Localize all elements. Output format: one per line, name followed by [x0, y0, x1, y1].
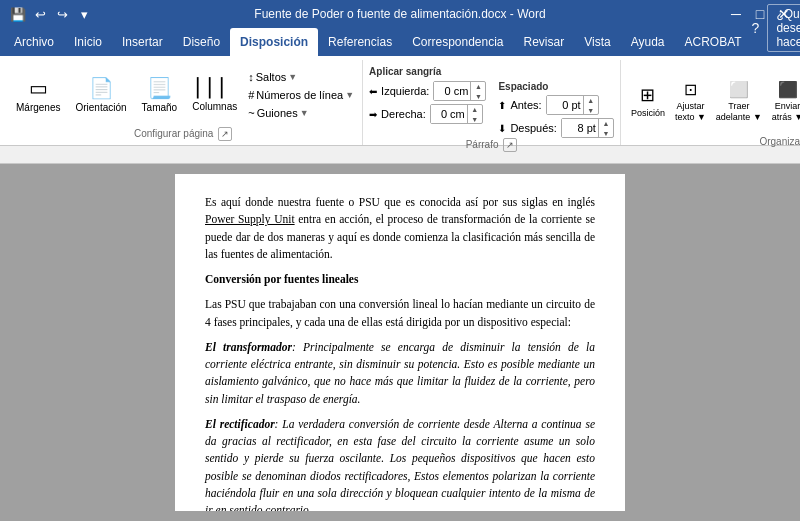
saltos-icon: ↕ — [248, 71, 254, 83]
izquierda-icon: ⬅ — [369, 86, 377, 97]
saltos-label: Saltos — [256, 71, 287, 83]
derecha-spinbox[interactable]: ▲ ▼ — [430, 104, 483, 124]
tab-correspondencia[interactable]: Correspondencia — [402, 28, 513, 56]
tell-me-button[interactable]: ¿Qué desea hacer? — [767, 4, 800, 52]
posicion-button[interactable]: ⊞ Posición — [627, 74, 669, 129]
section-bar — [0, 146, 800, 164]
antes-spinbox[interactable]: ▲ ▼ — [546, 95, 599, 115]
espaciado-title: Espaciado — [498, 81, 613, 92]
margenes-button[interactable]: ▭ Márgenes — [10, 65, 66, 125]
ajustar-texto-button[interactable]: ⊡ Ajustartexto ▼ — [671, 74, 710, 129]
traer-icon: ⬜ — [729, 80, 749, 99]
tab-archivo[interactable]: Archivo — [4, 28, 64, 56]
organizar-top-row: ⊞ Posición ⊡ Ajustartexto ▼ ⬜ Traeradela… — [627, 62, 800, 136]
sangria-title: Aplicar sangría — [369, 66, 614, 77]
guiones-label: Guiones — [257, 107, 298, 119]
posicion-icon: ⊞ — [640, 84, 655, 106]
derecha-label: Derecha: — [381, 108, 426, 120]
ribbon-group-organizar: ⊞ Posición ⊡ Ajustartexto ▼ ⬜ Traeradela… — [621, 60, 800, 145]
espaciado-section: Espaciado ⬆ Antes: ▲ ▼ ⬇ — [498, 81, 613, 138]
orientacion-icon: 📄 — [89, 76, 114, 100]
despues-spinbox[interactable]: ▲ ▼ — [561, 118, 614, 138]
izquierda-row: ⬅ Izquierda: ▲ ▼ — [369, 81, 486, 101]
organizar-group-label: Organizar — [759, 136, 800, 149]
izquierda-input[interactable] — [434, 82, 470, 100]
tab-referencias[interactable]: Referencias — [318, 28, 402, 56]
save-button[interactable]: 💾 — [8, 4, 28, 24]
despues-input[interactable] — [562, 119, 598, 137]
ajustar-icon: ⊡ — [684, 80, 697, 99]
title-left: 💾 ↩ ↪ ▾ — [8, 4, 94, 24]
despues-icon: ⬇ — [498, 123, 506, 134]
numlinea-label: Números de línea — [256, 89, 343, 101]
paragraph-rectificador: El rectificador: La verdadera conversión… — [205, 416, 595, 511]
tab-diseno[interactable]: Diseño — [173, 28, 230, 56]
redo-button[interactable]: ↪ — [52, 4, 72, 24]
antes-icon: ⬆ — [498, 100, 506, 111]
ribbon-content: ▭ Márgenes 📄 Orientación 📃 Tamaño ▏▏▏ Co… — [0, 56, 800, 146]
tab-inicio[interactable]: Inicio — [64, 28, 112, 56]
transformador-term: El transformador — [205, 341, 292, 353]
tab-insertar[interactable]: Insertar — [112, 28, 173, 56]
traer-label: Traeradelante ▼ — [716, 101, 762, 123]
antes-arrows: ▲ ▼ — [583, 95, 598, 115]
sangria-espaciado-row: ⬅ Izquierda: ▲ ▼ ➡ Derecha: — [369, 81, 614, 138]
despues-label: Después: — [510, 122, 556, 134]
tab-ayuda[interactable]: Ayuda — [621, 28, 675, 56]
tamano-button[interactable]: 📃 Tamaño — [136, 65, 184, 125]
antes-input[interactable] — [547, 96, 583, 114]
configurar-pagina-group-label: Configurar página ↗ — [134, 127, 232, 143]
help-icon[interactable]: ? — [752, 20, 760, 36]
numeros-linea-button[interactable]: # Números de línea ▼ — [246, 88, 356, 102]
configurar-pagina-expand[interactable]: ↗ — [218, 127, 232, 141]
orientacion-button[interactable]: 📄 Orientación — [69, 65, 132, 125]
undo-button[interactable]: ↩ — [30, 4, 50, 24]
organizar-controls: ⊞ Posición ⊡ Ajustartexto ▼ ⬜ Traeradela… — [627, 62, 800, 136]
document-area: Es aquí donde nuestra fuente o PSU que e… — [0, 164, 800, 521]
derecha-arrows: ▲ ▼ — [467, 104, 482, 124]
rectificador-text: : La verdadera conversión de corriente d… — [205, 418, 595, 511]
izquierda-label: Izquierda: — [381, 85, 429, 97]
despues-row: ⬇ Después: ▲ ▼ — [498, 118, 613, 138]
izquierda-spinbox[interactable]: ▲ ▼ — [433, 81, 486, 101]
derecha-down[interactable]: ▼ — [468, 114, 482, 124]
margenes-label: Márgenes — [16, 102, 60, 113]
parrafo-controls: Aplicar sangría ⬅ Izquierda: ▲ ▼ — [369, 62, 614, 138]
antes-row: ⬆ Antes: ▲ ▼ — [498, 95, 613, 115]
derecha-input[interactable] — [431, 105, 467, 123]
antes-label: Antes: — [510, 99, 541, 111]
saltos-button[interactable]: ↕ Saltos ▼ — [246, 70, 356, 84]
derecha-row: ➡ Derecha: ▲ ▼ — [369, 104, 486, 124]
tab-revisar[interactable]: Revisar — [514, 28, 575, 56]
columnas-icon: ▏▏▏ — [197, 77, 233, 99]
ajustar-label: Ajustartexto ▼ — [675, 101, 706, 123]
customize-qa-button[interactable]: ▾ — [74, 4, 94, 24]
enviar-atras-button[interactable]: ⬛ Enviaratrás ▼ — [768, 74, 800, 129]
antes-down[interactable]: ▼ — [584, 105, 598, 115]
columnas-button[interactable]: ▏▏▏ Columnas — [186, 65, 243, 125]
derecha-up[interactable]: ▲ — [468, 104, 482, 114]
despues-up[interactable]: ▲ — [599, 118, 613, 128]
izquierda-down[interactable]: ▼ — [471, 91, 485, 101]
derecha-icon: ➡ — [369, 109, 377, 120]
traer-adelante-button[interactable]: ⬜ Traeradelante ▼ — [712, 74, 766, 129]
title-bar: 💾 ↩ ↪ ▾ Fuente de Poder o fuente de alim… — [0, 0, 800, 28]
minimize-button[interactable]: ─ — [728, 6, 744, 22]
izquierda-up[interactable]: ▲ — [471, 81, 485, 91]
tab-vista[interactable]: Vista — [574, 28, 620, 56]
parrafo-expand[interactable]: ↗ — [503, 138, 517, 152]
saltos-group: ↕ Saltos ▼ # Números de línea ▼ ~ Guione… — [246, 70, 356, 120]
antes-up[interactable]: ▲ — [584, 95, 598, 105]
despues-down[interactable]: ▼ — [599, 128, 613, 138]
enviar-icon: ⬛ — [778, 80, 798, 99]
tab-disposicion[interactable]: Disposición — [230, 28, 318, 56]
paragraph-1: Es aquí donde nuestra fuente o PSU que e… — [205, 194, 595, 263]
configurar-pagina-buttons: ▭ Márgenes 📄 Orientación 📃 Tamaño ▏▏▏ Co… — [10, 62, 356, 127]
heading-conversion-lineal: Conversión por fuentes lineales — [205, 271, 595, 288]
guiones-button[interactable]: ~ Guiones ▼ — [246, 106, 356, 120]
posicion-label: Posición — [631, 108, 665, 119]
tab-acrobat[interactable]: ACROBAT — [674, 28, 751, 56]
psu-underline: Power Supply Unit — [205, 213, 295, 225]
parrafo-group-label: Párrafo ↗ — [466, 138, 518, 154]
ribbon-group-parrafo: Aplicar sangría ⬅ Izquierda: ▲ ▼ — [363, 60, 621, 145]
